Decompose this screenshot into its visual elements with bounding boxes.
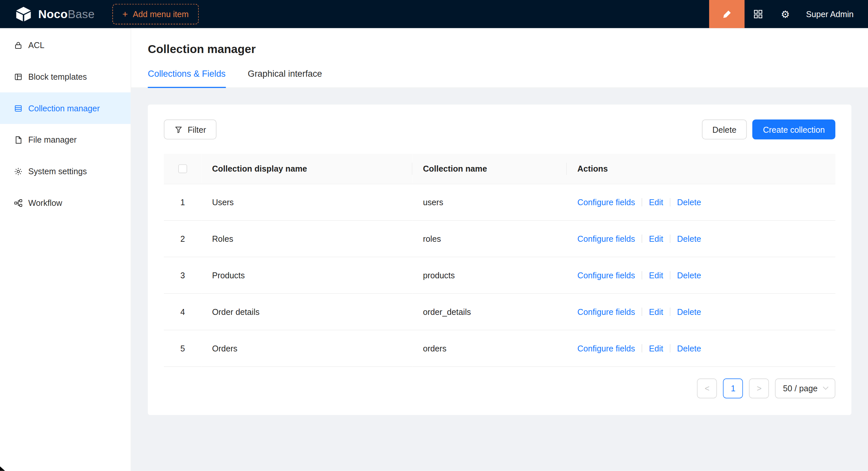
action-divider [642,307,642,315]
brand-name-light: Base [67,8,95,21]
cell-display-name: Order details [202,293,412,330]
cell-display-name: Users [202,184,412,220]
row-index: 1 [164,184,202,220]
cell-name: orders [412,330,567,366]
delete-link[interactable]: Delete [677,234,701,243]
cell-actions: Configure fields Edit Delete [567,257,835,293]
action-divider [642,344,642,352]
edit-link[interactable]: Edit [649,307,663,316]
cell-name: order_details [412,293,567,330]
cell-name: products [412,257,567,293]
tab-collections-and-fields[interactable]: Collections & Fields [148,69,226,87]
table-row: 1 Users users Configure fields Edit [164,184,835,220]
action-divider [642,271,642,279]
pagination: < 1 > 50 / page [164,378,835,398]
cell-actions: Configure fields Edit Delete [567,220,835,257]
select-all-header-cell [164,154,202,184]
action-divider [670,234,671,242]
content-body: Filter Delete Create collection [131,88,868,471]
nocobase-cube-icon [14,6,33,22]
collections-card: Filter Delete Create collection [148,104,851,415]
delete-button[interactable]: Delete [702,120,747,139]
select-all-checkbox[interactable] [178,164,187,173]
sidebar-item-file-manager[interactable]: File manager [0,124,130,156]
apps-grid-button[interactable] [745,0,772,28]
edit-link[interactable]: Edit [649,343,663,353]
action-divider [642,234,642,242]
topbar-right-cluster: ⚙ Super Admin [709,0,868,28]
filter-button[interactable]: Filter [164,120,217,139]
page-size-select[interactable]: 50 / page [775,378,835,398]
app-window: NocoBase + Add menu item [0,0,868,471]
current-user-menu[interactable]: Super Admin [799,9,868,19]
pagination-page-1[interactable]: 1 [723,378,743,398]
layout-icon [14,72,23,81]
table-row: 4 Order details order_details Configure … [164,293,835,330]
sidebar-item-label: Collection manager [28,103,100,113]
edit-link[interactable]: Edit [649,234,663,243]
cell-actions: Configure fields Edit Delete [567,184,835,220]
row-index: 2 [164,220,202,257]
column-header-name: Collection name [412,154,567,184]
content-area: Collection manager Collections & Fields … [131,28,868,471]
pagination-prev-button[interactable]: < [697,378,717,398]
edit-link[interactable]: Edit [649,197,663,207]
lock-icon [14,40,23,49]
tab-bar: Collections & Fields Graphical interface [131,69,868,88]
row-index: 5 [164,330,202,366]
main-row: ACL Block templates [0,28,868,471]
ui-editor-highlighter-icon [722,9,732,19]
sidebar-item-label: Workflow [28,198,62,207]
configure-fields-link[interactable]: Configure fields [577,234,635,243]
sidebar-item-label: File manager [28,135,77,144]
sidebar-item-block-templates[interactable]: Block templates [0,61,130,93]
filter-funnel-icon [174,125,183,133]
toolbar-right: Delete Create collection [702,120,835,139]
configure-fields-link[interactable]: Configure fields [577,197,635,207]
edit-link[interactable]: Edit [649,270,663,280]
cursor-artifact [0,466,5,471]
delete-link[interactable]: Delete [677,343,701,353]
sidebar-item-workflow[interactable]: Workflow [0,187,130,219]
create-collection-button[interactable]: Create collection [752,120,835,139]
configure-fields-link[interactable]: Configure fields [577,307,635,316]
delete-link[interactable]: Delete [677,307,701,316]
pagination-next-button[interactable]: > [749,378,769,398]
gear-icon: ⚙ [781,9,789,19]
chevron-right-icon: > [756,383,762,393]
brand-name-bold: Noco [38,8,68,21]
table-header-row: Collection display name Collection name … [164,154,835,184]
settings-sidebar: ACL Block templates [0,28,131,471]
sidebar-item-label: System settings [28,167,87,176]
table-row: 5 Orders orders Configure fields Edit [164,330,835,366]
add-menu-item-label: Add menu item [133,9,188,19]
viewport: NocoBase + Add menu item [0,0,868,471]
ui-editor-toggle-button[interactable] [709,0,745,28]
tab-graphical-interface[interactable]: Graphical interface [248,69,322,87]
action-divider [670,344,671,352]
sidebar-item-acl[interactable]: ACL [0,29,130,61]
configure-fields-link[interactable]: Configure fields [577,270,635,280]
configure-fields-link[interactable]: Configure fields [577,343,635,353]
action-divider [670,198,671,206]
nocobase-logo[interactable]: NocoBase [14,6,95,22]
delete-link[interactable]: Delete [677,197,701,207]
file-icon [14,135,23,144]
settings-gear-button[interactable]: ⚙ [772,0,799,28]
page-title: Collection manager [148,42,851,56]
collection-table-icon [14,104,23,113]
action-divider [670,271,671,279]
column-header-display-name: Collection display name [202,154,412,184]
sidebar-item-collection-manager[interactable]: Collection manager [0,93,130,124]
table-row: 3 Products products Configure fields Edi… [164,257,835,293]
top-navbar: NocoBase + Add menu item [0,0,868,28]
sidebar-item-system-settings[interactable]: System settings [0,156,130,187]
action-divider [642,198,642,206]
row-actions: Configure fields Edit Delete [577,343,835,353]
add-menu-item-button[interactable]: + Add menu item [112,4,199,24]
delete-link[interactable]: Delete [677,270,701,280]
row-actions: Configure fields Edit Delete [577,197,835,207]
collections-table: Collection display name Collection name … [164,154,835,367]
page-header: Collection manager Collections & Fields … [131,28,868,88]
gear-icon [14,167,23,175]
